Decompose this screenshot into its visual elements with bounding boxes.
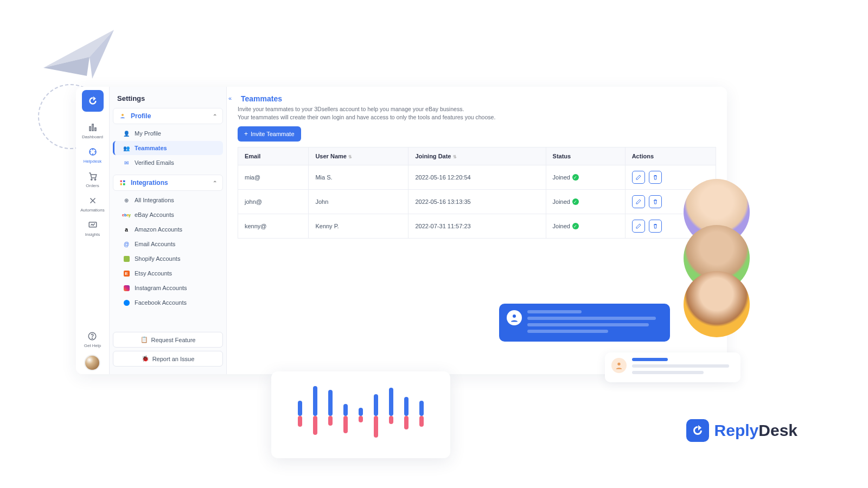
chart-bar (419, 383, 424, 448)
ebay-icon: ebay (123, 211, 130, 219)
dashboard-icon (87, 121, 99, 133)
sidebar-item-email[interactable]: @ Email Accounts (113, 237, 223, 251)
sidebar-item-my-profile[interactable]: 👤 My Profile (113, 126, 223, 140)
sidebar-item-ebay[interactable]: ebay eBay Accounts (113, 208, 223, 222)
chart-decoration (271, 371, 450, 458)
sidebar-item-label: Etsy Accounts (135, 270, 172, 277)
svg-rect-3 (90, 127, 91, 131)
delete-button[interactable] (649, 220, 662, 233)
cell-joining-date: 2022-05-16 13:13:35 (409, 190, 546, 214)
paper-plane-icon (38, 24, 130, 86)
edit-button[interactable] (632, 171, 645, 184)
automations-icon (87, 195, 99, 207)
sidebar-item-label: Facebook Accounts (135, 299, 187, 306)
edit-button[interactable] (632, 220, 645, 233)
nav-dashboard-label: Dashboard (82, 134, 103, 139)
sidebar-item-teammates[interactable]: 👥 Teammates (113, 141, 223, 155)
svg-point-18 (617, 363, 620, 365)
plus-icon: + (244, 130, 248, 138)
th-email[interactable]: Email (238, 147, 309, 165)
brand-logo-footer: ReplyDesk (686, 419, 797, 442)
chat-bubble-blue (499, 304, 670, 342)
avatar-decoration-3 (684, 271, 750, 337)
chart-bar (374, 383, 378, 448)
svg-rect-15 (120, 183, 123, 185)
nav-helpdesk-label: Helpdesk (84, 159, 101, 164)
nav-automations[interactable]: Automations (76, 191, 109, 216)
chart-bar (389, 383, 393, 448)
chart-bar (298, 383, 302, 448)
collapse-sidebar-button[interactable]: « (227, 93, 233, 103)
chevron-up-icon: ⌃ (213, 113, 217, 119)
sidebar-item-instagram[interactable]: Instagram Accounts (113, 281, 223, 295)
page-title: Teammates (241, 94, 716, 103)
sidebar-item-label: eBay Accounts (135, 211, 174, 218)
nav-orders-label: Orders (86, 183, 99, 188)
request-feature-icon: 📋 (141, 336, 148, 343)
nav-orders[interactable]: Orders (76, 167, 109, 191)
nav-dashboard[interactable]: Dashboard (76, 118, 109, 143)
teammates-table: Email User Name⇅ Joining Date⇅ Status Ac… (238, 147, 716, 239)
th-joining-date[interactable]: Joining Date⇅ (409, 147, 546, 165)
sidebar-item-verified-emails[interactable]: ✉ Verified Emails (113, 156, 223, 170)
chart-bar (343, 383, 348, 448)
nav-get-help-label: Get Help (84, 343, 101, 348)
svg-point-11 (92, 338, 93, 338)
th-username[interactable]: User Name⇅ (309, 147, 409, 165)
helpdesk-icon (87, 146, 99, 158)
sidebar-item-label: Amazon Accounts (135, 226, 182, 233)
delete-button[interactable] (649, 195, 662, 208)
nav-insights-label: Insights (85, 232, 100, 237)
check-icon: ✓ (572, 198, 579, 205)
brand-logo-icon (686, 419, 709, 442)
sidebar-item-amazon[interactable]: a Amazon Accounts (113, 222, 223, 236)
amazon-icon: a (123, 226, 130, 233)
cell-status: Joined✓ (546, 190, 625, 214)
nav-get-help[interactable]: Get Help (84, 327, 101, 351)
cell-username: Kenny P. (309, 214, 409, 239)
request-feature-button[interactable]: 📋 Request Feature (113, 332, 223, 348)
sort-icon: ⇅ (348, 155, 352, 159)
chat-bubble-white (605, 352, 741, 382)
cell-joining-date: 2022-05-16 12:20:54 (409, 165, 546, 190)
cell-email: john@ (238, 190, 309, 214)
chart-bar (404, 383, 409, 448)
sidebar-item-etsy[interactable]: E Etsy Accounts (113, 266, 223, 280)
section-integrations-label: Integrations (131, 179, 168, 187)
delete-button[interactable] (649, 171, 662, 184)
teammates-icon: 👥 (123, 144, 130, 152)
cell-email: kenny@ (238, 214, 309, 239)
edit-button[interactable] (632, 195, 645, 208)
etsy-icon: E (123, 269, 130, 277)
section-integrations[interactable]: Integrations ⌃ (113, 175, 223, 191)
table-row: kenny@ Kenny P. 2022-07-31 11:57:23 Join… (238, 214, 716, 239)
nav-helpdesk[interactable]: Helpdesk (76, 143, 109, 167)
svg-rect-4 (92, 124, 93, 131)
settings-title: Settings (113, 91, 223, 108)
sidebar-item-label: My Profile (135, 130, 161, 137)
sidebar-item-shopify[interactable]: Shopify Accounts (113, 252, 223, 266)
svg-rect-16 (123, 183, 125, 185)
chart-bar (313, 383, 317, 448)
report-issue-label: Report an Issue (152, 356, 195, 362)
report-issue-icon: 🐞 (142, 355, 149, 362)
facebook-icon (123, 299, 130, 306)
main-nav: Dashboard Helpdesk Orders Automations In… (76, 87, 110, 374)
user-avatar[interactable] (84, 355, 100, 371)
sidebar-item-all-integrations[interactable]: ⊕ All Integrations (113, 193, 223, 207)
nav-insights[interactable]: Insights (76, 216, 109, 240)
my-profile-icon: 👤 (123, 130, 130, 137)
chart-bar (359, 383, 363, 448)
invite-teammate-button[interactable]: + Invite Teammate (238, 126, 301, 142)
insights-icon (87, 219, 99, 231)
sidebar-item-facebook[interactable]: Facebook Accounts (113, 296, 223, 310)
report-issue-button[interactable]: 🐞 Report an Issue (113, 351, 223, 367)
section-profile[interactable]: Profile ⌃ (113, 108, 223, 124)
th-status[interactable]: Status (546, 147, 625, 165)
cell-joining-date: 2022-07-31 11:57:23 (409, 214, 546, 239)
nav-automations-label: Automations (80, 208, 104, 213)
th-actions: Actions (625, 147, 716, 165)
app-logo[interactable] (82, 90, 104, 112)
chevron-up-icon: ⌃ (213, 180, 217, 186)
svg-rect-5 (94, 128, 95, 131)
